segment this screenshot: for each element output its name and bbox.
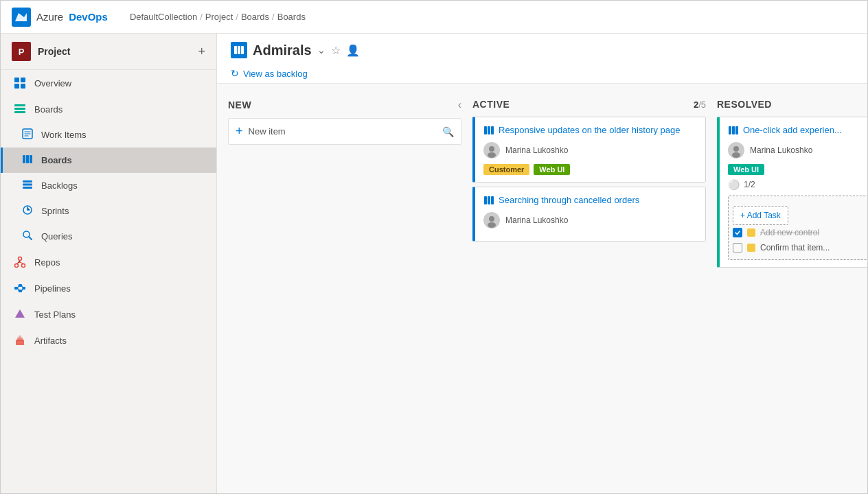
repos-label: Repos bbox=[34, 257, 60, 268]
svg-rect-14 bbox=[23, 187, 32, 189]
svg-rect-42 bbox=[491, 196, 494, 204]
sidebar-item-overview[interactable]: Overview bbox=[1, 70, 216, 96]
azure-devops-logo bbox=[12, 8, 31, 27]
card-active-2-avatar bbox=[483, 212, 500, 228]
content-header: Admirals ⌄ ☆ 👤 ↻ View as backlog bbox=[217, 34, 867, 84]
sidebar-item-pipelines[interactable]: Pipelines bbox=[1, 275, 216, 301]
svg-point-44 bbox=[489, 216, 494, 222]
svg-rect-9 bbox=[23, 155, 25, 163]
sidebar-item-boards[interactable]: Boards bbox=[1, 148, 216, 173]
boards-sub-label: Boards bbox=[41, 155, 72, 165]
svg-rect-7 bbox=[14, 111, 25, 113]
task-2-icon bbox=[746, 243, 756, 252]
card-active-1-title[interactable]: Responsive updates on the older history … bbox=[499, 124, 681, 137]
favorite-button[interactable]: ☆ bbox=[331, 44, 341, 57]
queries-label: Queries bbox=[41, 231, 73, 242]
sidebar-nav: Overview Boards Work Items bbox=[1, 70, 216, 353]
add-task-button[interactable]: + Add Task bbox=[733, 206, 788, 225]
svg-point-19 bbox=[22, 264, 25, 268]
sprints-icon bbox=[22, 204, 33, 217]
card-active-1: Responsive updates on the older history … bbox=[472, 117, 706, 183]
column-resolved-header: Resolved bbox=[717, 95, 867, 117]
backlogs-label: Backlogs bbox=[41, 180, 78, 191]
card-active-2-title[interactable]: Searching through cancelled orders bbox=[499, 194, 639, 207]
app-name-prefix: Azure bbox=[36, 11, 63, 23]
task-1-checkbox[interactable] bbox=[733, 228, 742, 237]
task-1-icon bbox=[746, 228, 756, 237]
backlog-link-row: ↻ View as backlog bbox=[231, 64, 854, 83]
svg-rect-40 bbox=[484, 196, 487, 204]
new-item-plus-icon: + bbox=[236, 124, 243, 139]
task-2-text: Confirm that item... bbox=[760, 243, 830, 252]
new-item-label: New item bbox=[249, 126, 286, 137]
svg-point-50 bbox=[733, 146, 739, 152]
board-title-row: Admirals ⌄ ☆ 👤 bbox=[231, 42, 854, 58]
view-as-backlog-link[interactable]: View as backlog bbox=[243, 69, 308, 79]
project-name: Project bbox=[38, 46, 70, 57]
queries-icon bbox=[22, 230, 33, 243]
svg-rect-2 bbox=[21, 78, 25, 82]
svg-rect-20 bbox=[14, 287, 18, 290]
add-project-button[interactable]: + bbox=[198, 45, 205, 59]
breadcrumb-item-2[interactable]: Project bbox=[205, 12, 233, 22]
svg-rect-41 bbox=[488, 196, 490, 204]
svg-rect-4 bbox=[21, 84, 25, 89]
team-button[interactable]: 👤 bbox=[346, 44, 360, 57]
project-avatar: P bbox=[12, 42, 31, 61]
svg-line-26 bbox=[22, 285, 23, 288]
svg-rect-33 bbox=[241, 46, 244, 54]
sidebar-item-backlogs[interactable]: Backlogs bbox=[1, 173, 216, 198]
sidebar-item-repos[interactable]: Repos bbox=[1, 249, 216, 275]
breadcrumb-item-3[interactable]: Boards bbox=[241, 12, 269, 22]
sidebar-item-sprints[interactable]: Sprints bbox=[1, 198, 216, 224]
main-content: Admirals ⌄ ☆ 👤 ↻ View as backlog bbox=[217, 34, 867, 493]
card-resolved-1: One-click add experien... Marina Lukoshk… bbox=[717, 117, 867, 268]
svg-rect-22 bbox=[19, 290, 22, 292]
overview-icon bbox=[14, 77, 26, 89]
progress-icon: ⚪ bbox=[728, 179, 740, 190]
card-resolved-type-icon bbox=[728, 125, 739, 136]
svg-line-24 bbox=[18, 285, 19, 288]
svg-rect-10 bbox=[26, 155, 29, 163]
card-type-icon-1 bbox=[483, 125, 494, 136]
svg-line-25 bbox=[18, 288, 19, 291]
svg-rect-53 bbox=[747, 244, 755, 252]
svg-rect-46 bbox=[729, 126, 731, 134]
pipelines-label: Pipelines bbox=[34, 283, 71, 294]
top-bar: Azure DevOps DefaultCollection / Project… bbox=[1, 1, 867, 34]
svg-rect-1 bbox=[14, 78, 19, 82]
backlog-icon: ↻ bbox=[231, 68, 239, 79]
column-active-cards: Responsive updates on the older history … bbox=[472, 117, 706, 482]
breadcrumb-item-4[interactable]: Boards bbox=[277, 12, 306, 22]
sidebar-item-queries[interactable]: Queries bbox=[1, 224, 216, 249]
column-active: Active 2/5 Responsive updates on the old… bbox=[472, 95, 706, 482]
sidebar-item-boards-parent[interactable]: Boards bbox=[1, 96, 216, 122]
sidebar-item-test-plans[interactable]: Test Plans bbox=[1, 301, 216, 327]
task-2-checkbox[interactable] bbox=[733, 243, 742, 252]
new-item-row[interactable]: + New item 🔍 bbox=[228, 118, 461, 145]
card-resolved-1-tags: Web UI bbox=[728, 164, 867, 175]
board-dropdown-button[interactable]: ⌄ bbox=[317, 45, 326, 56]
card-active-1-tag-customer[interactable]: Customer bbox=[483, 164, 529, 175]
column-resolved-cards: One-click add experien... Marina Lukoshk… bbox=[717, 117, 867, 482]
svg-point-45 bbox=[488, 222, 496, 228]
svg-rect-32 bbox=[238, 46, 240, 54]
card-resolved-1-title[interactable]: One-click add experien... bbox=[743, 124, 842, 137]
card-active-1-user: Marina Lukoshko bbox=[505, 145, 568, 155]
new-column-search-button[interactable]: 🔍 bbox=[442, 126, 454, 137]
test-plans-icon bbox=[14, 308, 26, 320]
card-type-icon-2 bbox=[483, 195, 494, 206]
pipelines-icon bbox=[14, 282, 26, 294]
card-resolved-1-tag-webui[interactable]: Web UI bbox=[728, 164, 764, 175]
card-active-2: Searching through cancelled orders Marin… bbox=[472, 187, 706, 242]
breadcrumb-item-1[interactable]: DefaultCollection bbox=[130, 12, 197, 22]
column-new-collapse-button[interactable]: ‹ bbox=[458, 99, 461, 111]
card-active-1-tag-webui[interactable]: Web UI bbox=[534, 164, 570, 175]
app-name-highlight: DevOps bbox=[69, 11, 108, 23]
sidebar-item-artifacts[interactable]: Artifacts bbox=[1, 327, 216, 353]
svg-rect-30 bbox=[19, 336, 21, 338]
svg-rect-36 bbox=[491, 126, 494, 134]
sidebar-item-work-items[interactable]: Work Items bbox=[1, 122, 216, 148]
svg-rect-48 bbox=[735, 126, 738, 134]
column-resolved-title: Resolved bbox=[717, 99, 772, 110]
